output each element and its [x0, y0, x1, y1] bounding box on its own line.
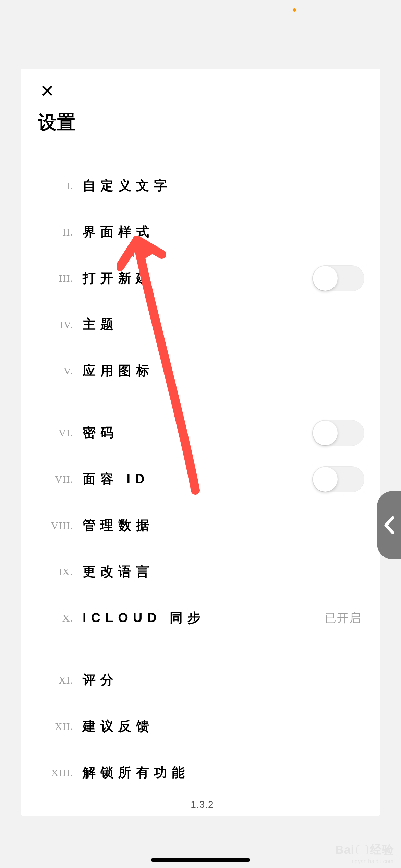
row-roman: VII.: [38, 473, 83, 485]
row-label: 更改语言: [83, 563, 366, 580]
row-roman: II.: [38, 226, 83, 238]
version-text: 1.3.2: [38, 799, 366, 810]
row-roman: XI.: [38, 674, 83, 686]
toggle-knob: [313, 467, 338, 492]
row-roman: XII.: [38, 721, 83, 732]
settings-row: VII.面容 ID: [38, 456, 366, 502]
settings-list: I.自定义文字II.界面样式III.打开新建IV.主题V.应用图标VI.密码VI…: [38, 162, 366, 796]
side-drawer-handle[interactable]: [377, 491, 401, 559]
row-roman: I.: [38, 180, 83, 192]
group-spacer: [38, 394, 366, 410]
settings-row: VI.密码: [38, 410, 366, 456]
watermark-sub: jingyan.baidu.com: [349, 858, 393, 865]
toggle-switch[interactable]: [312, 265, 364, 291]
page-title: 设置: [38, 110, 366, 135]
settings-row[interactable]: V.应用图标: [38, 348, 366, 394]
row-label: 解锁所有功能: [83, 764, 366, 781]
settings-row[interactable]: IV.主题: [38, 301, 366, 348]
home-indicator[interactable]: [151, 858, 250, 862]
row-value: 已开启: [325, 610, 366, 626]
watermark-brand-right: 经验: [370, 842, 394, 858]
settings-row[interactable]: IX.更改语言: [38, 548, 366, 595]
row-label: 打开新建: [83, 269, 312, 287]
settings-row[interactable]: X.ICLOUD 同步已开启: [38, 595, 366, 641]
row-roman: XIII.: [38, 767, 83, 779]
watermark-brand-left: Bai: [335, 843, 354, 856]
toggle-switch[interactable]: [312, 466, 364, 492]
row-label: 建议反馈: [83, 718, 366, 735]
close-icon: ✕: [40, 82, 54, 101]
row-label: 界面样式: [83, 223, 366, 241]
settings-row[interactable]: XII.建议反馈: [38, 703, 366, 749]
row-roman: V.: [38, 365, 83, 377]
watermark: Bai 经验: [335, 842, 394, 858]
row-roman: VIII.: [38, 520, 83, 531]
row-roman: IX.: [38, 566, 83, 578]
settings-row[interactable]: XIII.解锁所有功能: [38, 749, 366, 796]
toggle-knob: [313, 266, 338, 291]
row-roman: VI.: [38, 427, 83, 439]
close-button[interactable]: ✕: [40, 83, 366, 100]
chevron-left-icon: [383, 516, 396, 535]
row-label: ICLOUD 同步: [83, 609, 325, 627]
row-label: 面容 ID: [83, 470, 312, 488]
row-label: 应用图标: [83, 362, 366, 379]
toggle-knob: [313, 421, 338, 445]
settings-row[interactable]: VIII.管理数据: [38, 502, 366, 548]
row-label: 自定义文字: [83, 177, 366, 194]
settings-modal: ✕ 设置 I.自定义文字II.界面样式III.打开新建IV.主题V.应用图标VI…: [21, 69, 380, 816]
row-roman: X.: [38, 612, 83, 624]
settings-row[interactable]: I.自定义文字: [38, 162, 366, 209]
settings-row[interactable]: II.界面样式: [38, 209, 366, 255]
row-roman: III.: [38, 273, 83, 284]
row-roman: IV.: [38, 319, 83, 330]
row-label: 主题: [83, 316, 366, 333]
toggle-switch[interactable]: [312, 420, 364, 446]
status-recording-dot: [293, 8, 296, 12]
settings-row: III.打开新建: [38, 255, 366, 301]
row-label: 管理数据: [83, 517, 366, 534]
group-spacer: [38, 641, 366, 657]
settings-row[interactable]: XI.评分: [38, 657, 366, 703]
row-label: 密码: [83, 424, 312, 442]
paw-icon: [356, 845, 368, 854]
row-label: 评分: [83, 671, 366, 689]
